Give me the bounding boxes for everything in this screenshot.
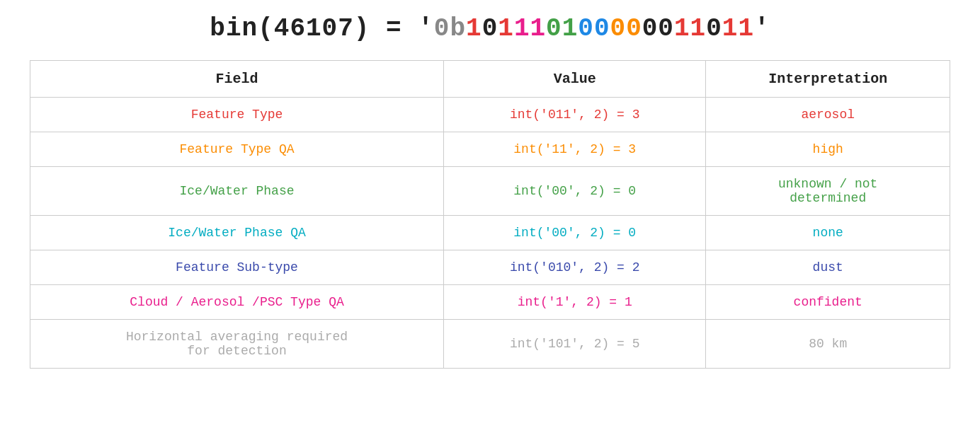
page-title: bin(46107) = '0b101110100000011011'	[210, 14, 770, 43]
title-quote-close: '	[754, 14, 770, 43]
bit-18-red: 1	[738, 14, 754, 43]
main-table: Field Value Interpretation Feature Typei…	[30, 60, 950, 369]
col-header-value: Value	[444, 61, 706, 98]
value-cell: int('101', 2) = 5	[444, 320, 706, 369]
title-0b: 0b	[434, 14, 466, 43]
interpretation-cell: dust	[706, 250, 950, 285]
bit-3-red: 1	[498, 14, 514, 43]
field-cell: Feature Type QA	[30, 132, 444, 167]
table-row: Ice/Water Phase QAint('00', 2) = 0none	[30, 216, 950, 250]
bit-6-green: 0	[546, 14, 562, 43]
bit-13-black: 0	[658, 14, 674, 43]
bit-7-green: 1	[562, 14, 579, 43]
field-cell: Ice/Water Phase	[30, 167, 444, 216]
interpretation-cell: aerosol	[706, 98, 950, 132]
title-quote-open: '	[418, 14, 434, 43]
bit-16-black: 0	[706, 14, 722, 43]
table-row: Feature Type QAint('11', 2) = 3high	[30, 132, 950, 167]
col-header-interpretation: Interpretation	[706, 61, 950, 98]
bit-8-blue: 0	[578, 14, 594, 43]
value-cell: int('1', 2) = 1	[444, 285, 706, 320]
field-cell: Horizontal averaging required for detect…	[30, 320, 444, 369]
value-cell: int('011', 2) = 3	[444, 98, 706, 132]
interpretation-cell: none	[706, 216, 950, 250]
value-cell: int('00', 2) = 0	[444, 216, 706, 250]
interpretation-cell: unknown / not determined	[706, 167, 950, 216]
interpretation-cell: confident	[706, 285, 950, 320]
bit-10-orange: 0	[610, 14, 627, 43]
value-cell: int('010', 2) = 2	[444, 250, 706, 285]
table-row: Cloud / Aerosol /PSC Type QAint('1', 2) …	[30, 285, 950, 320]
table-row: Horizontal averaging required for detect…	[30, 320, 950, 369]
bit-9-blue: 0	[594, 14, 610, 43]
bit-1-red: 1	[466, 14, 482, 43]
bit-17-red: 1	[722, 14, 739, 43]
bit-11-orange: 0	[626, 14, 642, 43]
col-header-field: Field	[30, 61, 444, 98]
table-row: Ice/Water Phaseint('00', 2) = 0unknown /…	[30, 167, 950, 216]
field-cell: Ice/Water Phase QA	[30, 216, 444, 250]
interpretation-cell: 80 km	[706, 320, 950, 369]
table-row: Feature Typeint('011', 2) = 3aerosol	[30, 98, 950, 132]
title-prefix: bin(46107) =	[210, 14, 418, 43]
bit-15-red: 1	[690, 14, 707, 43]
value-cell: int('00', 2) = 0	[444, 167, 706, 216]
table-row: Feature Sub-typeint('010', 2) = 2dust	[30, 250, 950, 285]
bit-5-magenta: 1	[530, 14, 546, 43]
field-cell: Feature Type	[30, 98, 444, 132]
bit-14-red: 1	[674, 14, 690, 43]
field-cell: Cloud / Aerosol /PSC Type QA	[30, 285, 444, 320]
bit-4-magenta: 1	[514, 14, 530, 43]
bit-2: 0	[482, 14, 498, 43]
field-cell: Feature Sub-type	[30, 250, 444, 285]
interpretation-cell: high	[706, 132, 950, 167]
value-cell: int('11', 2) = 3	[444, 132, 706, 167]
table-header-row: Field Value Interpretation	[30, 61, 950, 98]
bit-12-black: 0	[642, 14, 659, 43]
